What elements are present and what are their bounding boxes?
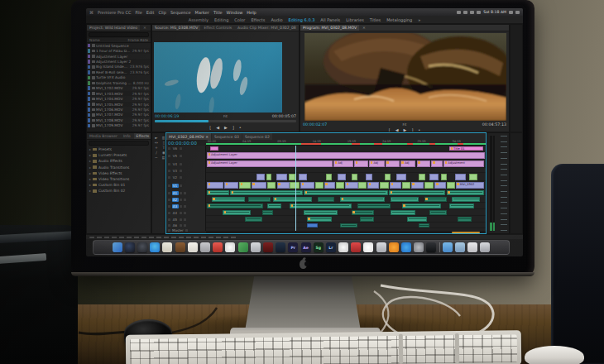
project-item-row[interactable]: MVI_1703.MOV29.97 fps [87, 91, 151, 96]
effects-folder-row[interactable]: ▸Video Effects [87, 170, 151, 176]
track-mute-icon[interactable] [184, 212, 186, 214]
tool-button[interactable]: ► [153, 136, 160, 140]
timeline-clip[interactable] [338, 174, 346, 180]
track-lock-icon[interactable] [168, 155, 170, 157]
twirl-icon[interactable]: ▸ [89, 171, 91, 175]
menu-file[interactable]: File [135, 10, 141, 15]
project-search-input[interactable] [89, 32, 149, 37]
track-lock-icon[interactable] [168, 184, 170, 187]
timeline-scrollbar-thumb[interactable] [452, 232, 480, 233]
timeline-clip[interactable] [245, 217, 261, 222]
timeline-clip[interactable] [391, 210, 415, 215]
finder-dock-icon[interactable] [113, 242, 122, 252]
timeline-clip[interactable]: Adjustment Layer [207, 152, 485, 159]
safari-dock-icon[interactable] [150, 242, 160, 252]
timeline-clip[interactable] [367, 182, 379, 189]
utility-dock-icon[interactable] [426, 242, 436, 252]
timeline-tab[interactable]: Sequence 03 [212, 133, 242, 140]
launchpad-dock-icon[interactable] [137, 242, 147, 252]
track-lock-icon[interactable] [168, 212, 170, 214]
track-header-master[interactable]: Master [166, 228, 205, 232]
track-toggle-icon[interactable] [180, 155, 182, 157]
menu-help[interactable]: Help [247, 10, 256, 15]
timeline-clip[interactable] [417, 160, 431, 167]
timeline-clip[interactable] [452, 197, 480, 202]
timeline-tab[interactable]: MVI_0302_08.MOV × [166, 133, 211, 140]
timeline-clip[interactable]: Adj [333, 160, 353, 167]
tab-project[interactable]: Project: Wild Island Video [87, 25, 140, 31]
tab-effects-group[interactable]: Media Browser [87, 133, 120, 139]
project-item-row[interactable]: Untitled Sequence [87, 43, 151, 48]
tab-panel[interactable]: Audio Clip Mixer: MVI_0302_08 [235, 25, 299, 31]
timeline-clip[interactable] [441, 174, 447, 180]
track-a2[interactable] [206, 196, 486, 203]
timeline-clip[interactable] [429, 210, 446, 215]
timeline-clip[interactable] [352, 210, 374, 215]
track-mute-icon[interactable] [184, 218, 186, 221]
timeline-clip[interactable] [385, 174, 391, 180]
timeline-clip[interactable] [424, 197, 447, 202]
downloads-arrow-dock-icon[interactable] [376, 242, 386, 252]
track-header-a2[interactable]: A2 [166, 196, 205, 203]
final-cut-dock-icon[interactable] [276, 242, 285, 252]
tab-program[interactable]: Program: MVI_0302_08.MOV [300, 25, 359, 31]
folder-documents-dock-icon[interactable] [455, 242, 465, 252]
timeline-clip[interactable] [424, 182, 434, 189]
track-toggle-icon[interactable] [185, 229, 188, 232]
timeline-clip[interactable] [212, 197, 246, 202]
preview-dock-icon[interactable] [251, 242, 261, 252]
timeline-clip[interactable] [340, 197, 385, 202]
track-v5[interactable]: Adjustment Layer [206, 151, 486, 160]
timeline-clip[interactable] [407, 217, 427, 222]
notification-center-icon[interactable] [515, 11, 520, 14]
effects-folder-row[interactable]: ▸Video Transitions [87, 176, 151, 182]
transport-button[interactable]: [ [209, 126, 211, 130]
apple-menu-icon[interactable]: ⌘ [89, 10, 93, 15]
track-a5[interactable] [206, 216, 486, 223]
project-item-row[interactable]: MVI_1708.MOV29.97 fps [87, 117, 151, 122]
track-header-a5[interactable]: A5 [166, 216, 205, 223]
stack-documents-dock-icon[interactable] [467, 242, 477, 252]
transport-button[interactable]: ▶ [404, 128, 407, 132]
workspace-tab[interactable]: Titles [370, 17, 381, 22]
source-scrub-bar[interactable] [155, 120, 296, 122]
track-lock-icon[interactable] [168, 205, 170, 208]
timeline-clip[interactable] [223, 210, 251, 215]
timeline-clip[interactable] [326, 174, 332, 180]
workspace-overflow-chevron[interactable]: » [418, 17, 420, 22]
tool-button[interactable]: ~ [153, 156, 160, 160]
workspace-tab[interactable]: Effects [251, 17, 265, 22]
timeline-clip[interactable] [277, 182, 290, 189]
track-mute-icon[interactable] [184, 199, 186, 201]
transport-button[interactable]: [ [389, 128, 391, 132]
timeline-clip[interactable] [345, 182, 357, 189]
transport-button[interactable]: ] [411, 128, 413, 132]
timeline-clip[interactable] [434, 182, 446, 189]
tool-button[interactable]: / [153, 151, 160, 155]
track-a4[interactable] [206, 209, 486, 216]
track-lock-icon[interactable] [168, 229, 170, 232]
media-encoder-dock-icon[interactable] [338, 242, 348, 252]
track-lock-icon[interactable] [168, 224, 170, 227]
program-video-turtles[interactable] [304, 33, 506, 121]
track-header-a4[interactable]: A4 [166, 209, 205, 216]
timeline-clip[interactable] [239, 182, 251, 189]
project-item-row[interactable]: MVI_1705.MOV29.97 fps [87, 102, 151, 107]
workspace-tab[interactable]: Libraries [346, 17, 364, 22]
project-item-row[interactable]: Reef B-Roll selects23.976 fps [87, 69, 151, 74]
track-mute-icon[interactable] [184, 192, 186, 194]
transport-button[interactable]: • [239, 126, 242, 130]
menu-edit[interactable]: Edit [146, 10, 155, 15]
timeline-clip[interactable] [386, 160, 400, 167]
spotlight-icon[interactable] [509, 11, 513, 14]
menu-marker[interactable]: Marker [195, 10, 209, 15]
timeline-clip[interactable] [304, 210, 338, 215]
timeline-clip[interactable] [273, 197, 312, 202]
transport-button[interactable]: ▶ [224, 126, 228, 130]
track-toggle-icon[interactable] [180, 224, 182, 227]
timeline-clip[interactable] [315, 182, 324, 189]
tab-panel[interactable]: Effect Controls [201, 25, 234, 31]
track-toggle-icon[interactable] [180, 205, 182, 208]
vlc-dock-icon[interactable] [389, 242, 399, 252]
timeline-clip[interactable] [290, 204, 351, 208]
